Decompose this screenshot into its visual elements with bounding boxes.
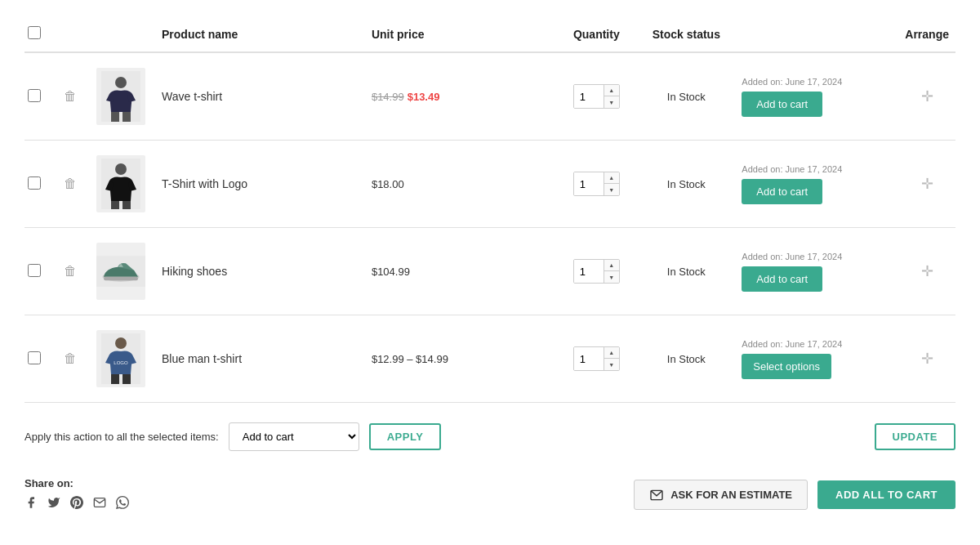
drag-handle[interactable]: ✛ bbox=[921, 88, 933, 105]
facebook-icon[interactable] bbox=[24, 496, 38, 512]
cart-cell: Added on: June 17, 2024 Select options bbox=[742, 339, 892, 379]
qty-up-button[interactable]: ▲ bbox=[604, 85, 619, 96]
delete-icon[interactable]: 🗑 bbox=[64, 351, 77, 365]
add-to-cart-button[interactable]: Add to cart bbox=[742, 179, 822, 204]
qty-up-button[interactable]: ▲ bbox=[604, 347, 619, 359]
product-name: Hiking shoes bbox=[162, 265, 227, 278]
qty-up-button[interactable]: ▲ bbox=[604, 260, 619, 271]
row-checkbox[interactable] bbox=[28, 351, 41, 364]
col-header-product-name: Product name bbox=[155, 16, 365, 52]
price-original: $14.99 bbox=[372, 91, 404, 103]
svg-rect-13 bbox=[111, 374, 119, 384]
quantity-wrapper: ▲ ▼ bbox=[562, 346, 630, 371]
ask-estimate-label: ASK FOR AN ESTIMATE bbox=[670, 489, 792, 501]
product-image bbox=[96, 68, 145, 125]
stock-status: In Stock bbox=[667, 178, 706, 190]
svg-rect-2 bbox=[111, 112, 119, 122]
added-date: Added on: June 17, 2024 bbox=[742, 252, 842, 261]
product-name: Blue man t-shirt bbox=[162, 352, 242, 365]
bottom-action-bar: Apply this action to all the selected it… bbox=[24, 422, 956, 451]
svg-point-1 bbox=[115, 77, 127, 88]
select-options-button[interactable]: Select options bbox=[742, 354, 831, 379]
svg-point-12 bbox=[115, 337, 127, 349]
footer-action-buttons: ASK FOR AN ESTIMATE ADD ALL TO CART bbox=[634, 480, 956, 510]
table-row: 🗑 Hiking shoes$104.99 ▲ ▼ In Stock Added… bbox=[24, 228, 956, 315]
update-button[interactable]: UPDATE bbox=[875, 423, 956, 450]
delete-icon[interactable]: 🗑 bbox=[64, 89, 77, 103]
svg-rect-10 bbox=[104, 277, 138, 281]
apply-button[interactable]: APPLY bbox=[369, 423, 442, 450]
quantity-wrapper: ▲ ▼ bbox=[562, 84, 630, 109]
pinterest-icon[interactable] bbox=[70, 496, 83, 512]
stock-status: In Stock bbox=[667, 91, 706, 103]
drag-handle[interactable]: ✛ bbox=[921, 263, 933, 279]
stock-status: In Stock bbox=[667, 353, 706, 365]
stock-status: In Stock bbox=[667, 266, 706, 278]
footer-bar: Share on: bbox=[24, 471, 956, 512]
col-header-unit-price: Unit price bbox=[365, 16, 555, 52]
row-checkbox[interactable] bbox=[28, 89, 41, 102]
whatsapp-icon[interactable] bbox=[116, 496, 129, 512]
wishlist-table: Product name Unit price Quantity Stock s… bbox=[24, 16, 956, 403]
cart-cell: Added on: June 17, 2024 Add to cart bbox=[742, 77, 892, 117]
drag-handle[interactable]: ✛ bbox=[921, 351, 933, 367]
twitter-icon[interactable] bbox=[47, 496, 60, 512]
added-date: Added on: June 17, 2024 bbox=[742, 77, 842, 87]
email-envelope-icon bbox=[649, 489, 664, 501]
svg-point-5 bbox=[115, 163, 127, 175]
cart-cell: Added on: June 17, 2024 Add to cart bbox=[742, 164, 892, 204]
quantity-input[interactable] bbox=[574, 172, 604, 195]
price-regular: $104.99 bbox=[372, 266, 410, 278]
qty-down-button[interactable]: ▼ bbox=[604, 96, 619, 108]
table-row: 🗑 T-Shirt with Logo$18.00 ▲ ▼ In Stock bbox=[24, 141, 956, 228]
delete-icon[interactable]: 🗑 bbox=[64, 176, 77, 190]
table-row: 🗑 Wave t-shirt$14.99$13.49 ▲ ▼ In Stock bbox=[24, 52, 956, 141]
svg-text:LOGO: LOGO bbox=[114, 360, 128, 365]
select-all-checkbox[interactable] bbox=[28, 26, 41, 39]
share-label: Share on: bbox=[24, 477, 74, 489]
table-row: 🗑 LOGO Blue man t-shirt$12.99 – $14.99 ▲… bbox=[24, 315, 956, 403]
add-to-cart-button[interactable]: Add to cart bbox=[742, 266, 822, 292]
quantity-input[interactable] bbox=[574, 260, 604, 283]
quantity-input[interactable] bbox=[574, 85, 604, 108]
apply-action-label: Apply this action to all the selected it… bbox=[24, 431, 219, 443]
quantity-input[interactable] bbox=[574, 347, 604, 370]
share-section: Share on: bbox=[24, 477, 129, 512]
row-checkbox[interactable] bbox=[28, 264, 41, 277]
svg-rect-3 bbox=[122, 112, 131, 122]
added-date: Added on: June 17, 2024 bbox=[742, 164, 842, 174]
price-regular: $18.00 bbox=[372, 178, 404, 190]
added-date: Added on: June 17, 2024 bbox=[742, 339, 842, 349]
ask-estimate-button[interactable]: ASK FOR AN ESTIMATE bbox=[634, 480, 808, 510]
share-icons bbox=[24, 496, 129, 512]
add-to-cart-button[interactable]: Add to cart bbox=[742, 92, 822, 117]
qty-down-button[interactable]: ▼ bbox=[604, 184, 619, 195]
product-image bbox=[96, 243, 145, 300]
email-icon[interactable] bbox=[93, 496, 106, 512]
svg-rect-14 bbox=[122, 374, 131, 384]
col-header-quantity: Quantity bbox=[555, 16, 637, 52]
qty-down-button[interactable]: ▼ bbox=[604, 271, 619, 283]
product-name: Wave t-shirt bbox=[162, 90, 222, 103]
delete-icon[interactable]: 🗑 bbox=[64, 264, 77, 278]
product-image: LOGO bbox=[96, 330, 145, 387]
svg-rect-7 bbox=[122, 201, 131, 209]
product-image bbox=[96, 155, 145, 212]
col-header-arrange: Arrange bbox=[898, 16, 956, 52]
qty-up-button[interactable]: ▲ bbox=[604, 172, 619, 184]
price-range: $12.99 – $14.99 bbox=[372, 353, 448, 365]
cart-cell: Added on: June 17, 2024 Add to cart bbox=[742, 252, 892, 292]
quantity-wrapper: ▲ ▼ bbox=[562, 259, 630, 284]
qty-down-button[interactable]: ▼ bbox=[604, 359, 619, 370]
product-name: T-Shirt with Logo bbox=[162, 177, 247, 190]
row-checkbox[interactable] bbox=[28, 176, 41, 190]
col-header-stock-status: Stock status bbox=[637, 16, 735, 52]
svg-rect-6 bbox=[111, 201, 119, 209]
drag-handle[interactable]: ✛ bbox=[921, 176, 933, 192]
quantity-wrapper: ▲ ▼ bbox=[562, 172, 630, 196]
add-all-to-cart-button[interactable]: ADD ALL TO CART bbox=[817, 480, 956, 509]
price-sale: $13.49 bbox=[408, 91, 440, 103]
apply-action-select[interactable]: Add to cart Remove Move to cart bbox=[229, 422, 359, 451]
